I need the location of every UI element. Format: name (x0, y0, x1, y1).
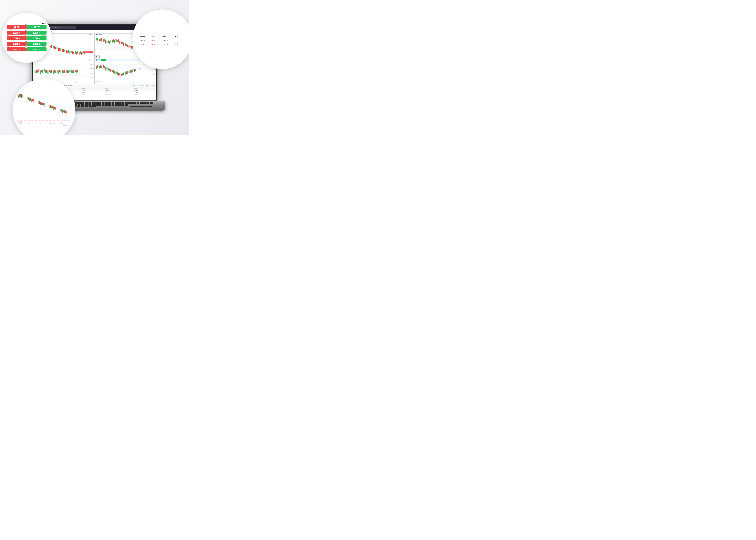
svg-rect-69 (108, 41, 108, 43)
svg-rect-129 (54, 70, 55, 72)
svg-text:1: 1 (141, 82, 142, 83)
svg-rect-60 (96, 38, 97, 40)
buy-sell-content: | Buy 81.740 1.5 81.755 Low 80.364 High … (6, 21, 47, 54)
svg-rect-187 (123, 72, 124, 75)
close-usdjpy-icon[interactable]: ✕ (93, 60, 94, 61)
close-ethusd-icon[interactable]: ✕ (93, 34, 94, 35)
svg-text:−: − (19, 122, 20, 123)
svg-rect-279 (130, 106, 135, 107)
bubble-chart-fx-icon: ƒ (17, 88, 18, 89)
svg-rect-310 (41, 102, 42, 105)
col-date: On Date (103, 87, 133, 89)
svg-text:+: + (21, 122, 22, 123)
svg-rect-137 (64, 70, 65, 73)
take-profit-btn-2[interactable]: + (174, 43, 178, 46)
svg-text:115.0000: 115.0000 (90, 72, 94, 73)
zoom-out-eurgbp[interactable]: − (95, 56, 97, 58)
svg-rect-267 (98, 104, 101, 106)
pnl-value-4: -$11.03 (151, 85, 155, 86)
svg-rect-318 (50, 105, 51, 108)
current-2: 114.838 (162, 42, 173, 47)
svg-rect-125 (49, 70, 50, 72)
bubble-chart-settings-icon: ⚙ (19, 88, 20, 89)
zoom-in-eurgbp[interactable]: + (98, 56, 100, 58)
svg-rect-118 (40, 70, 41, 74)
svg-rect-19 (51, 45, 52, 48)
svg-rect-142 (71, 70, 72, 73)
svg-rect-71 (110, 41, 111, 42)
svg-rect-304 (35, 100, 35, 102)
svg-rect-277 (89, 106, 92, 107)
svg-rect-328 (61, 109, 62, 111)
sell-btn-1[interactable]: 1.58635 1.4 (7, 31, 27, 35)
pnl-value-3: $-0.41 (146, 85, 149, 86)
pair-row-4: 1.36231 1.4 1.36245 Low 576 High 1.36287 (7, 48, 47, 53)
svg-rect-30 (66, 50, 67, 53)
svg-rect-79 (121, 42, 122, 44)
svg-rect-143 (72, 70, 73, 72)
svg-text:21: 21 (54, 123, 56, 124)
svg-rect-24 (58, 48, 59, 51)
buy-btn-4[interactable]: 1.36245 (27, 48, 47, 51)
sell-btn-0[interactable]: 81.740 1.5 (7, 25, 27, 29)
svg-rect-193 (131, 70, 132, 72)
amount-1: 3.000 (81, 92, 103, 94)
svg-rect-176 (109, 68, 110, 71)
sell-btn-3[interactable]: 1.12921 0.9 (7, 42, 27, 46)
svg-rect-295 (25, 96, 25, 98)
svg-text:1DAY: 1DAY (63, 125, 66, 126)
open-at-0: 0.82898 (139, 34, 150, 39)
svg-rect-321 (53, 106, 54, 110)
svg-rect-66 (104, 39, 105, 41)
svg-rect-319 (51, 106, 52, 108)
buy-btn-2[interactable]: 0.82894 (27, 36, 47, 40)
sell-btn-4[interactable]: 1.36231 1.4 (7, 48, 27, 51)
svg-text:Dec: Dec (132, 82, 133, 83)
svg-text:25: 25 (63, 82, 64, 83)
zoom-out-eurgbp2[interactable]: − (95, 80, 97, 83)
timeframe-ethusd: 1DAY (88, 34, 92, 35)
svg-rect-35 (72, 51, 73, 54)
current-0: 0.82882 (162, 34, 173, 39)
svg-rect-247 (98, 102, 101, 104)
svg-rect-291 (20, 94, 21, 97)
svg-rect-264 (89, 104, 91, 106)
buy-btn-3[interactable]: 1.12930 (27, 42, 47, 46)
svg-rect-67 (105, 40, 106, 44)
pnl-value-1: $7,050.20 (133, 85, 137, 86)
svg-rect-26 (61, 49, 61, 51)
take-profit-btn-0[interactable]: + (174, 35, 178, 38)
svg-rect-167 (97, 65, 98, 68)
timeframe-usdjpy: 1DAY (88, 60, 92, 61)
svg-rect-136 (63, 70, 64, 72)
svg-text:14: 14 (56, 57, 57, 58)
svg-rect-192 (130, 70, 131, 72)
svg-rect-170 (101, 66, 102, 68)
bubble-chart-content: ƒ ⚙ (17, 88, 71, 132)
positions-mini-row-0: 0.82898 -0.02% 0.82882 + (139, 34, 185, 39)
svg-rect-317 (49, 105, 50, 108)
svg-rect-126 (50, 70, 51, 73)
svg-rect-119 (41, 70, 42, 72)
svg-rect-322 (54, 107, 55, 109)
positions-bubble-content: Open @ % Change Current Take Profit 0.82… (138, 31, 187, 48)
svg-rect-305 (36, 100, 36, 103)
svg-text:113.5000: 113.5000 (152, 77, 156, 78)
svg-rect-242 (81, 106, 84, 107)
svg-text:7: 7 (45, 123, 45, 124)
buy-btn-1[interactable]: 1.58649 (27, 31, 47, 35)
svg-rect-184 (119, 73, 120, 75)
zoom-in-eurgbp2[interactable]: + (98, 80, 100, 83)
svg-text:7: 7 (24, 123, 24, 124)
svg-rect-177 (110, 69, 111, 72)
sell-btn-2[interactable]: 0.82882 1.2 (7, 36, 27, 40)
svg-rect-326 (59, 108, 60, 111)
svg-text:2,597.90000: 2,597.90000 (84, 52, 89, 53)
svg-rect-70 (109, 41, 110, 44)
svg-rect-123 (46, 70, 47, 72)
pair-info-4: Low 576 High 1.36287 (7, 51, 47, 53)
svg-text:3: 3 (82, 82, 82, 83)
svg-rect-72 (112, 40, 112, 43)
buy-btn-0[interactable]: 81.755 (27, 25, 47, 29)
svg-rect-36 (74, 52, 74, 54)
